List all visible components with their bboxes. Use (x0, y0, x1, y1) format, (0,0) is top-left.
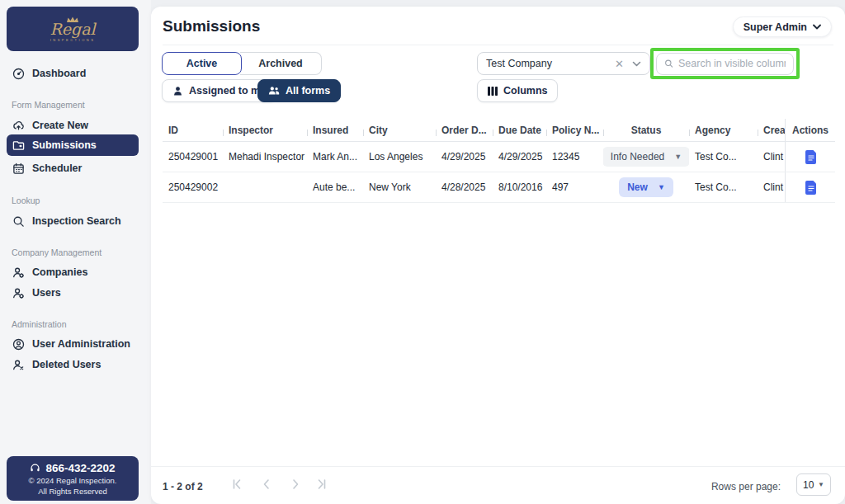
column-header-id[interactable]: ID (163, 125, 223, 136)
sidebar-item-companies[interactable]: Companies (7, 262, 139, 282)
next-page-button[interactable] (290, 478, 301, 493)
company-filter-select[interactable]: Test Company ✕ (477, 52, 650, 75)
sidebar-section-lookup: Lookup (12, 195, 40, 205)
all-forms-button[interactable]: All forms (257, 79, 341, 102)
sidebar-item-submissions[interactable]: Submissions (7, 134, 139, 156)
column-header-inspector[interactable]: Inspector (223, 125, 307, 136)
sidebar-section-administration: Administration (12, 319, 67, 329)
rows-per-page-value: 10 (803, 479, 814, 491)
cell-due-date: 4/29/2025 (493, 151, 546, 163)
table-header-row: ID Inspector Insured City Order D... Due… (163, 119, 835, 142)
all-forms-label: All forms (286, 85, 330, 97)
chevron-down-icon (632, 61, 641, 67)
cell-agency: Test Co... (689, 181, 758, 193)
search-field-wrap (656, 53, 794, 75)
rows-per-page-label: Rows per page: (711, 481, 781, 492)
sidebar-section-company-management: Company Management (12, 247, 101, 257)
first-page-icon (231, 478, 243, 490)
status-dropdown[interactable]: New ▼ (619, 177, 673, 197)
sidebar-item-inspection-search[interactable]: Inspection Search (7, 211, 139, 231)
column-header-agency[interactable]: Agency (689, 125, 758, 136)
sidebar-item-label: Companies (32, 266, 87, 278)
sidebar-item-deleted-users[interactable]: Deleted Users (7, 355, 139, 374)
search-icon (12, 215, 25, 228)
sidebar-item-label: Inspection Search (32, 215, 121, 227)
status-tabs: Active Archived (162, 52, 322, 75)
cell-created: Clint Ho (758, 181, 785, 193)
column-header-insured[interactable]: Insured (307, 125, 363, 136)
last-page-icon (316, 478, 328, 490)
first-page-button[interactable] (231, 478, 243, 493)
cell-agency: Test Co... (689, 151, 758, 163)
cell-actions (785, 172, 835, 202)
brand-logo[interactable]: Regal INSPECTIONS (7, 7, 139, 51)
chevron-right-icon (290, 478, 301, 490)
folder-icon (12, 139, 25, 152)
clear-filter-icon[interactable]: ✕ (615, 58, 624, 70)
gauge-icon (12, 68, 25, 80)
sidebar-section-form-management: Form Management (12, 100, 85, 110)
search-icon (664, 59, 673, 68)
calendar-icon (12, 163, 25, 175)
support-phone[interactable]: 866-432-2202 (45, 462, 115, 474)
copyright-text: © 2024 Regal Inspection. (29, 476, 117, 485)
column-header-status[interactable]: Status (603, 125, 689, 136)
cell-id: 250429001 (163, 151, 223, 163)
tab-active[interactable]: Active (162, 52, 242, 75)
status-label: New (627, 181, 648, 193)
sidebar-item-scheduler[interactable]: Scheduler (7, 158, 139, 178)
sidebar-item-create-new[interactable]: Create New (7, 115, 139, 135)
sidebar-item-user-administration[interactable]: User Administration (7, 334, 139, 354)
sidebar-item-label: Submissions (32, 139, 97, 151)
column-header-policy[interactable]: Policy N... (546, 125, 603, 136)
sidebar-item-label: Scheduler (32, 163, 82, 174)
sidebar-item-users[interactable]: Users (7, 283, 139, 303)
cell-actions (785, 142, 835, 172)
cell-order-date: 4/29/2025 (436, 151, 493, 163)
app-window: Regal INSPECTIONS Dashboard Form Managem… (0, 0, 845, 504)
cell-insured: Mark An... (307, 151, 363, 163)
column-header-created[interactable]: Created (758, 125, 785, 136)
document-icon (805, 181, 817, 195)
header-divider (163, 45, 833, 45)
caret-down-icon: ▼ (674, 153, 682, 161)
cell-city: New York (363, 181, 436, 193)
column-header-order-date[interactable]: Order D... (436, 125, 493, 136)
column-header-actions: Actions (785, 119, 835, 141)
column-header-due-date[interactable]: Due Date (493, 125, 546, 136)
people-icon (268, 86, 280, 96)
cell-created: Clint Ho (758, 151, 785, 163)
search-input[interactable] (678, 58, 786, 69)
cell-id: 250429002 (163, 181, 223, 193)
assigned-to-me-label: Assigned to me (189, 85, 266, 97)
document-icon (805, 150, 817, 164)
columns-button[interactable]: Columns (477, 79, 558, 102)
column-header-city[interactable]: City (363, 125, 436, 136)
last-page-button[interactable] (316, 478, 328, 493)
main-content: Submissions Super Admin Active Archived … (151, 7, 845, 504)
sidebar-footer: 866-432-2202 © 2024 Regal Inspection. Al… (7, 456, 139, 501)
chevron-left-icon (261, 478, 272, 490)
caret-down-icon: ▼ (818, 481, 824, 488)
cell-status: Info Needed ▼ (603, 147, 689, 167)
headset-icon (30, 463, 40, 473)
rows-per-page-select[interactable]: 10 ▼ (796, 473, 831, 496)
chevron-down-icon (813, 24, 821, 30)
view-document-button[interactable] (805, 150, 817, 164)
sidebar-item-dashboard[interactable]: Dashboard (7, 64, 139, 83)
user-menu-button[interactable]: Super Admin (733, 16, 832, 37)
table-row[interactable]: 250429002 Aute be... New York 4/28/2025 … (163, 172, 835, 203)
tab-archived[interactable]: Archived (240, 52, 322, 75)
sidebar-item-label: Create New (32, 120, 88, 131)
cell-status: New ▼ (603, 177, 689, 197)
columns-icon (488, 87, 498, 96)
brand-name: Regal (50, 21, 95, 37)
prev-page-button[interactable] (261, 478, 272, 493)
table-row[interactable]: 250429001 Mehadi Inspector Mark An... Lo… (163, 142, 835, 172)
status-dropdown[interactable]: Info Needed ▼ (603, 147, 689, 167)
user-menu-label: Super Admin (744, 21, 807, 33)
pagination-range: 1 - 2 of 2 (163, 481, 203, 492)
status-label: Info Needed (611, 151, 664, 163)
cloud-upload-icon (12, 120, 25, 132)
view-document-button[interactable] (805, 181, 817, 195)
